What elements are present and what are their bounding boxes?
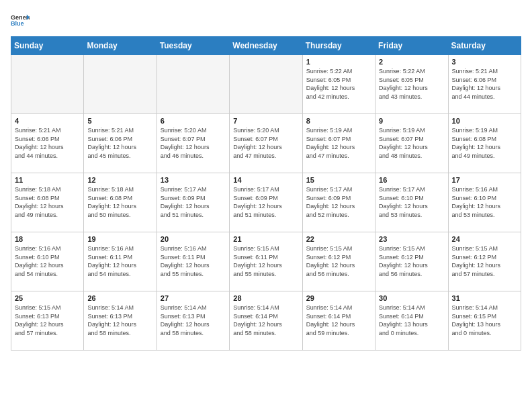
day-info: Sunrise: 5:14 AM Sunset: 6:13 PM Dayligh… xyxy=(87,304,152,337)
day-info: Sunrise: 5:14 AM Sunset: 6:14 PM Dayligh… xyxy=(379,304,444,337)
calendar-cell: 16Sunrise: 5:17 AM Sunset: 6:10 PM Dayli… xyxy=(375,173,448,232)
header-wednesday: Wednesday xyxy=(230,37,302,55)
day-number: 5 xyxy=(87,117,152,125)
day-number: 28 xyxy=(233,294,298,302)
day-number: 30 xyxy=(379,294,444,302)
calendar-table: SundayMondayTuesdayWednesdayThursdayFrid… xyxy=(11,36,521,351)
day-number: 4 xyxy=(15,117,80,125)
day-number: 19 xyxy=(87,235,152,243)
day-info: Sunrise: 5:14 AM Sunset: 6:14 PM Dayligh… xyxy=(306,304,371,337)
calendar-week-3: 11Sunrise: 5:18 AM Sunset: 6:08 PM Dayli… xyxy=(11,173,521,232)
day-info: Sunrise: 5:16 AM Sunset: 6:11 PM Dayligh… xyxy=(161,244,226,278)
calendar-cell: 20Sunrise: 5:16 AM Sunset: 6:11 PM Dayli… xyxy=(157,232,229,291)
calendar-cell: 4Sunrise: 5:21 AM Sunset: 6:06 PM Daylig… xyxy=(11,114,84,173)
calendar-cell: 15Sunrise: 5:17 AM Sunset: 6:09 PM Dayli… xyxy=(302,173,375,232)
day-info: Sunrise: 5:20 AM Sunset: 6:07 PM Dayligh… xyxy=(161,126,226,160)
day-info: Sunrise: 5:15 AM Sunset: 6:12 PM Dayligh… xyxy=(452,244,517,278)
calendar-cell: 18Sunrise: 5:16 AM Sunset: 6:10 PM Dayli… xyxy=(11,232,84,291)
calendar-cell: 9Sunrise: 5:19 AM Sunset: 6:07 PM Daylig… xyxy=(375,114,448,173)
day-number: 26 xyxy=(87,294,152,302)
calendar-cell: 13Sunrise: 5:17 AM Sunset: 6:09 PM Dayli… xyxy=(157,173,229,232)
logo: General Blue xyxy=(11,11,30,30)
day-info: Sunrise: 5:21 AM Sunset: 6:06 PM Dayligh… xyxy=(87,126,152,160)
calendar-cell xyxy=(84,55,157,114)
calendar-cell: 27Sunrise: 5:14 AM Sunset: 6:13 PM Dayli… xyxy=(157,291,229,351)
day-number: 16 xyxy=(379,176,444,184)
day-info: Sunrise: 5:19 AM Sunset: 6:07 PM Dayligh… xyxy=(306,126,371,160)
day-info: Sunrise: 5:18 AM Sunset: 6:08 PM Dayligh… xyxy=(15,185,80,219)
calendar-cell: 12Sunrise: 5:18 AM Sunset: 6:08 PM Dayli… xyxy=(84,173,157,232)
day-number: 9 xyxy=(379,117,444,125)
calendar-cell: 17Sunrise: 5:16 AM Sunset: 6:10 PM Dayli… xyxy=(448,173,521,232)
day-info: Sunrise: 5:20 AM Sunset: 6:07 PM Dayligh… xyxy=(233,126,298,160)
day-number: 12 xyxy=(87,176,152,184)
day-number: 6 xyxy=(161,117,226,125)
day-info: Sunrise: 5:17 AM Sunset: 6:09 PM Dayligh… xyxy=(233,185,298,219)
calendar-cell xyxy=(11,55,84,114)
calendar-cell: 7Sunrise: 5:20 AM Sunset: 6:07 PM Daylig… xyxy=(230,114,302,173)
day-info: Sunrise: 5:14 AM Sunset: 6:13 PM Dayligh… xyxy=(161,304,226,337)
svg-text:Blue: Blue xyxy=(11,20,24,27)
day-number: 27 xyxy=(161,294,226,302)
day-number: 2 xyxy=(379,58,444,66)
day-number: 10 xyxy=(452,117,517,125)
day-number: 23 xyxy=(379,235,444,243)
day-number: 14 xyxy=(233,176,298,184)
calendar-week-1: 1Sunrise: 5:22 AM Sunset: 6:05 PM Daylig… xyxy=(11,55,521,114)
day-info: Sunrise: 5:14 AM Sunset: 6:14 PM Dayligh… xyxy=(233,304,298,337)
day-info: Sunrise: 5:17 AM Sunset: 6:10 PM Dayligh… xyxy=(379,185,444,219)
header-thursday: Thursday xyxy=(302,37,375,55)
header-friday: Friday xyxy=(375,37,448,55)
day-info: Sunrise: 5:15 AM Sunset: 6:12 PM Dayligh… xyxy=(379,244,444,278)
day-number: 22 xyxy=(306,235,371,243)
calendar-cell: 28Sunrise: 5:14 AM Sunset: 6:14 PM Dayli… xyxy=(230,291,302,351)
day-number: 15 xyxy=(306,176,371,184)
day-info: Sunrise: 5:21 AM Sunset: 6:06 PM Dayligh… xyxy=(15,126,80,160)
calendar-cell: 23Sunrise: 5:15 AM Sunset: 6:12 PM Dayli… xyxy=(375,232,448,291)
calendar-cell: 21Sunrise: 5:15 AM Sunset: 6:11 PM Dayli… xyxy=(230,232,302,291)
day-info: Sunrise: 5:16 AM Sunset: 6:10 PM Dayligh… xyxy=(452,185,517,219)
day-info: Sunrise: 5:19 AM Sunset: 6:08 PM Dayligh… xyxy=(452,126,517,160)
day-number: 7 xyxy=(233,117,298,125)
day-info: Sunrise: 5:22 AM Sunset: 6:05 PM Dayligh… xyxy=(306,67,371,101)
day-number: 25 xyxy=(15,294,80,302)
calendar-cell: 14Sunrise: 5:17 AM Sunset: 6:09 PM Dayli… xyxy=(230,173,302,232)
calendar-cell: 24Sunrise: 5:15 AM Sunset: 6:12 PM Dayli… xyxy=(448,232,521,291)
day-number: 20 xyxy=(161,235,226,243)
day-number: 21 xyxy=(233,235,298,243)
header-tuesday: Tuesday xyxy=(157,37,229,55)
calendar-cell: 8Sunrise: 5:19 AM Sunset: 6:07 PM Daylig… xyxy=(302,114,375,173)
day-number: 13 xyxy=(161,176,226,184)
calendar-cell: 25Sunrise: 5:15 AM Sunset: 6:13 PM Dayli… xyxy=(11,291,84,351)
calendar-cell: 26Sunrise: 5:14 AM Sunset: 6:13 PM Dayli… xyxy=(84,291,157,351)
calendar-cell: 29Sunrise: 5:14 AM Sunset: 6:14 PM Dayli… xyxy=(302,291,375,351)
day-number: 1 xyxy=(306,58,371,66)
calendar-cell: 30Sunrise: 5:14 AM Sunset: 6:14 PM Dayli… xyxy=(375,291,448,351)
calendar-cell: 3Sunrise: 5:21 AM Sunset: 6:06 PM Daylig… xyxy=(448,55,521,114)
calendar-cell: 11Sunrise: 5:18 AM Sunset: 6:08 PM Dayli… xyxy=(11,173,84,232)
calendar-week-5: 25Sunrise: 5:15 AM Sunset: 6:13 PM Dayli… xyxy=(11,291,521,351)
day-info: Sunrise: 5:19 AM Sunset: 6:07 PM Dayligh… xyxy=(379,126,444,160)
calendar-header-row: SundayMondayTuesdayWednesdayThursdayFrid… xyxy=(11,37,521,55)
day-number: 29 xyxy=(306,294,371,302)
calendar-week-4: 18Sunrise: 5:16 AM Sunset: 6:10 PM Dayli… xyxy=(11,232,521,291)
calendar-cell: 2Sunrise: 5:22 AM Sunset: 6:05 PM Daylig… xyxy=(375,55,448,114)
day-info: Sunrise: 5:21 AM Sunset: 6:06 PM Dayligh… xyxy=(452,67,517,101)
day-info: Sunrise: 5:15 AM Sunset: 6:12 PM Dayligh… xyxy=(306,244,371,278)
day-info: Sunrise: 5:17 AM Sunset: 6:09 PM Dayligh… xyxy=(161,185,226,219)
calendar-cell: 6Sunrise: 5:20 AM Sunset: 6:07 PM Daylig… xyxy=(157,114,229,173)
header-saturday: Saturday xyxy=(448,37,521,55)
day-info: Sunrise: 5:16 AM Sunset: 6:10 PM Dayligh… xyxy=(15,244,80,278)
day-info: Sunrise: 5:16 AM Sunset: 6:11 PM Dayligh… xyxy=(87,244,152,278)
calendar-cell: 31Sunrise: 5:14 AM Sunset: 6:15 PM Dayli… xyxy=(448,291,521,351)
page-header: General Blue xyxy=(11,11,521,30)
day-info: Sunrise: 5:22 AM Sunset: 6:05 PM Dayligh… xyxy=(379,67,444,101)
day-number: 8 xyxy=(306,117,371,125)
day-number: 18 xyxy=(15,235,80,243)
header-monday: Monday xyxy=(84,37,157,55)
calendar-cell: 5Sunrise: 5:21 AM Sunset: 6:06 PM Daylig… xyxy=(84,114,157,173)
day-info: Sunrise: 5:14 AM Sunset: 6:15 PM Dayligh… xyxy=(452,304,517,337)
day-number: 3 xyxy=(452,58,517,66)
calendar-cell: 1Sunrise: 5:22 AM Sunset: 6:05 PM Daylig… xyxy=(302,55,375,114)
calendar-cell: 10Sunrise: 5:19 AM Sunset: 6:08 PM Dayli… xyxy=(448,114,521,173)
